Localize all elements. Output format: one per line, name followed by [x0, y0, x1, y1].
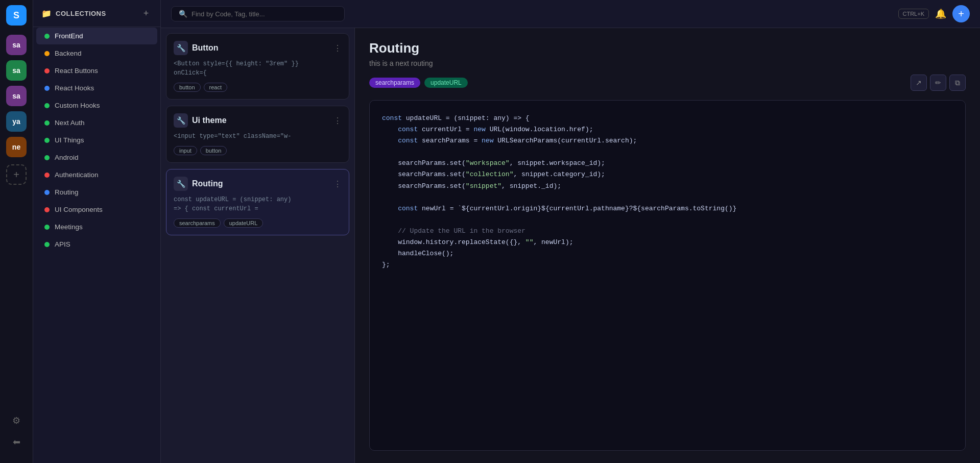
search-bar[interactable]: 🔍 — [171, 6, 345, 21]
dot-custom-hooks — [44, 103, 50, 108]
dot-ui-components — [44, 207, 50, 212]
topbar: 🔍 CTRL+K 🔔 + — [161, 0, 980, 28]
sidebar-item-authentication[interactable]: Authentication — [36, 166, 157, 183]
code-line: const newUrl = `${currentUrl.origin}${cu… — [382, 203, 953, 214]
snippet-title-routing: Routing — [192, 179, 223, 188]
label-routing: Routing — [55, 188, 79, 196]
code-line: const updateURL = (snippet: any) => { — [382, 113, 953, 124]
label-apis: APIS — [55, 240, 70, 248]
sidebar-item-custom-hooks[interactable]: Custom Hooks — [36, 97, 157, 114]
tag-searchparams[interactable]: searchparams — [174, 218, 221, 228]
snippet-title-row-ui-theme: 🔧 Ui theme — [174, 113, 227, 128]
detail-tags-row: searchparams updateURL ↗ ✏ ⧉ — [369, 75, 966, 91]
sidebar-item-android[interactable]: Android — [36, 149, 157, 166]
dot-apis — [44, 242, 50, 247]
sidebar-item-apis[interactable]: APIS — [36, 236, 157, 253]
sidebar-item-ui-things[interactable]: UI Things — [36, 132, 157, 149]
sidebar-item-react-hooks[interactable]: React Hooks — [36, 80, 157, 96]
snippet-icon-button: 🔧 — [174, 41, 188, 55]
sidebar-item-backend[interactable]: Backend — [36, 45, 157, 62]
label-authentication: Authentication — [55, 171, 99, 179]
sidebar-item-routing[interactable]: Routing — [36, 184, 157, 201]
notification-button[interactable]: 🔔 — [935, 8, 946, 19]
code-line: window.history.replaceState({}, "", newU… — [382, 237, 953, 248]
dot-frontend — [44, 34, 50, 39]
avatar-ya[interactable]: ya — [6, 111, 27, 132]
snippet-title-button: Button — [192, 43, 219, 53]
snippet-icon-routing: 🔧 — [174, 177, 188, 191]
app-logo[interactable]: S — [6, 5, 27, 26]
edit-button[interactable]: ✏ — [930, 75, 946, 91]
search-input[interactable] — [192, 10, 337, 18]
code-line: const currentUrl = new URL(window.locati… — [382, 124, 953, 135]
tag-updateURL[interactable]: updateURL — [224, 218, 264, 228]
main-area: 🔍 CTRL+K 🔔 + 🔧 Button ⋮ <Button style={{… — [161, 0, 980, 463]
tag-updateurl[interactable]: updateURL — [424, 78, 468, 88]
sidebar-add-button[interactable]: + — [140, 7, 152, 19]
logout-icon[interactable]: ⬅ — [9, 434, 24, 450]
avatar-sa3[interactable]: sa — [6, 86, 27, 106]
snippet-card-ui-theme[interactable]: 🔧 Ui theme ⋮ <input type="text" classNam… — [166, 106, 349, 163]
sidebar-item-next-auth[interactable]: Next Auth — [36, 114, 157, 131]
label-next-auth: Next Auth — [55, 119, 85, 127]
dot-backend — [44, 51, 50, 56]
snippet-card-button[interactable]: 🔧 Button ⋮ <Button style={{ height: "3re… — [166, 33, 349, 100]
detail-actions: ↗ ✏ ⧉ — [911, 75, 966, 91]
tag-searchparams[interactable]: searchparams — [369, 78, 420, 88]
snippet-code-button: <Button style={{ height: "3rem" }}onClic… — [174, 59, 342, 78]
sidebar-header-left: 📁 COLLECTIONS — [41, 9, 106, 18]
tag-input[interactable]: input — [174, 146, 197, 155]
add-workspace-button[interactable]: + — [6, 164, 27, 185]
search-icon: 🔍 — [179, 10, 187, 18]
sidebar-header: 📁 COLLECTIONS + — [33, 0, 160, 27]
tag-react[interactable]: react — [204, 83, 227, 92]
label-react-buttons: React Buttons — [55, 67, 98, 75]
snippet-icon-ui-theme: 🔧 — [174, 113, 188, 128]
content-area: 🔧 Button ⋮ <Button style={{ height: "3re… — [161, 28, 980, 463]
snippet-code-routing: const updateURL = (snippet: any)=> { con… — [174, 195, 342, 213]
code-line: searchParams.set("collection", snippet.c… — [382, 169, 953, 180]
snippet-code-ui-theme: <input type="text" className="w- — [174, 132, 342, 141]
snippet-title-row-routing: 🔧 Routing — [174, 177, 223, 191]
label-react-hooks: React Hooks — [55, 84, 94, 92]
avatar-sa2[interactable]: sa — [6, 60, 27, 81]
code-line: handleClose(); — [382, 248, 953, 259]
snippet-tags-button: buttonreact — [174, 83, 342, 92]
dot-ui-things — [44, 138, 50, 143]
sidebar: 📁 COLLECTIONS + FrontEnd Backend React B… — [33, 0, 161, 463]
settings-icon[interactable]: ⚙ — [9, 413, 24, 428]
avatar-ne[interactable]: ne — [6, 137, 27, 157]
detail-subtitle: this is a next routing — [369, 59, 966, 67]
share-button[interactable]: ↗ — [911, 75, 927, 91]
label-backend: Backend — [55, 50, 82, 57]
label-custom-hooks: Custom Hooks — [55, 102, 100, 109]
detail-title: Routing — [369, 40, 966, 56]
sidebar-item-react-buttons[interactable]: React Buttons — [36, 62, 157, 79]
snippet-menu-button[interactable]: ⋮ — [333, 43, 342, 53]
code-block: const updateURL = (snippet: any) => { co… — [369, 100, 966, 451]
snippet-title-row-button: 🔧 Button — [174, 41, 219, 55]
label-meetings: Meetings — [55, 223, 83, 231]
snippet-tags-routing: searchparamsupdateURL — [174, 218, 342, 228]
snippet-card-routing[interactable]: 🔧 Routing ⋮ const updateURL = (snippet: … — [166, 169, 349, 235]
folder-icon: 📁 — [41, 9, 52, 18]
sidebar-items: FrontEnd Backend React Buttons React Hoo… — [33, 27, 160, 253]
detail-panel: Routing this is a next routing searchpar… — [355, 28, 980, 463]
shortcut-badge: CTRL+K — [898, 9, 929, 19]
dot-react-hooks — [44, 86, 50, 91]
snippets-panel: 🔧 Button ⋮ <Button style={{ height: "3re… — [161, 28, 355, 463]
copy-button[interactable]: ⧉ — [949, 75, 966, 91]
sidebar-item-meetings[interactable]: Meetings — [36, 218, 157, 235]
dot-authentication — [44, 173, 50, 178]
snippet-menu-ui-theme[interactable]: ⋮ — [333, 116, 342, 126]
snippet-menu-routing[interactable]: ⋮ — [333, 179, 342, 189]
add-snippet-button[interactable]: + — [952, 5, 970, 22]
sidebar-item-frontend[interactable]: FrontEnd — [36, 28, 157, 44]
avatar-sa1[interactable]: sa — [6, 35, 27, 55]
tag-button[interactable]: button — [174, 83, 201, 92]
code-line: // Update the URL in the browser — [382, 226, 953, 237]
sidebar-item-ui-components[interactable]: UI Components — [36, 201, 157, 218]
tag-button[interactable]: button — [200, 146, 227, 155]
dot-android — [44, 155, 50, 160]
dot-react-buttons — [44, 68, 50, 74]
